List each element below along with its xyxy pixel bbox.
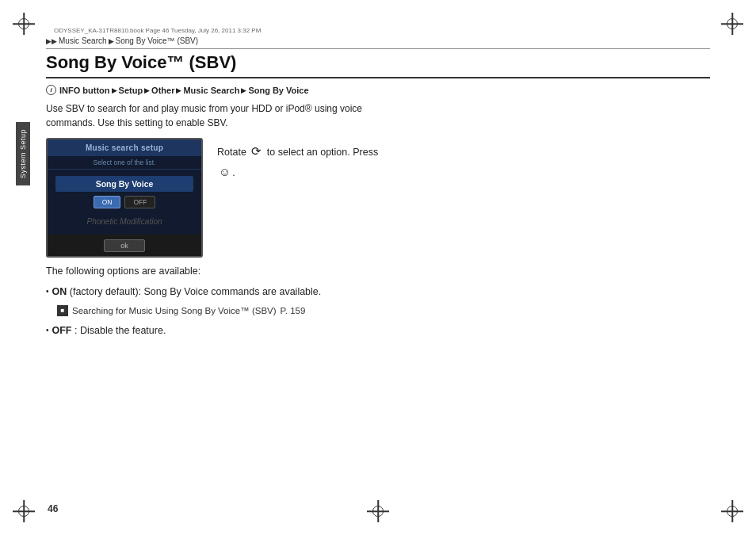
ref-link[interactable]: ■ Searching for Music Using Song By Voic… [57,303,710,319]
toggle-off[interactable]: OFF [124,196,155,208]
screen-mockup: Music search setup Select one of the lis… [46,138,203,258]
page-title: Song By Voice™ (SBV) [46,52,710,78]
toggle-on[interactable]: ON [94,196,121,208]
option-off-desc-text: Disable the feature. [80,325,166,336]
breadcrumb-item2: Song By Voice™ (SBV) [116,36,199,45]
rotate-text2: to select an option. Press [267,147,378,158]
side-tab: System Setup [16,122,30,185]
screen-ok-btn[interactable]: ok [104,239,145,252]
rotate-press-icon: ☺ [219,165,231,178]
option-off-desc: : [74,325,80,336]
breadcrumb-arrow1: ▶▶ [46,37,57,45]
breadcrumb: ▶▶ Music Search ▶ Song By Voice™ (SBV) [46,36,710,49]
screen-menu-item-sbv: Song By Voice [55,176,193,192]
reg-mark-br [720,499,745,524]
breadcrumb-arrow2: ▶ [109,37,114,45]
nav-path: i INFO button ▶ Setup ▶ Other ▶ Music Se… [46,85,710,95]
screen-menu-item-phonetic: Phonetic Modification [55,215,193,228]
nav-item-other: Other [151,86,174,95]
screen-ok-bar: ok [48,235,201,256]
page-number: 46 [48,503,58,514]
rotate-instruction: Rotate ⟳ to select an option. Press ☺. [217,138,378,182]
toggle-row: ON OFF [55,196,193,208]
bullet-dot-off: • [46,323,49,338]
reg-mark-bl [11,499,36,524]
nav-item-song-by-voice: Song By Voice [248,86,308,95]
reg-mark-tr [720,11,745,36]
reg-mark-tl [11,11,36,36]
option-off-label: OFF [52,325,72,336]
screen-title: Music search setup [48,139,201,156]
option-on-desc: (factory default): Song By Voice command… [70,286,322,297]
nav-item-setup: Setup [119,86,143,95]
ref-text: Searching for Music Using Song By Voice™… [72,303,277,319]
option-on-text: ON (factory default): Song By Voice comm… [52,283,322,301]
option-on-label: ON [52,286,67,297]
nav-arrow-4: ▶ [241,86,246,94]
nav-arrow-1: ▶ [112,86,117,94]
breadcrumb-item1: Music Search [59,36,107,45]
nav-item-music-search: Music Search [183,86,239,95]
options-list: • ON (factory default): Song By Voice co… [46,283,710,340]
ref-icon: ■ [57,305,68,316]
content-area: Music search setup Select one of the lis… [46,138,710,258]
description-text: Use SBV to search for and play music fro… [46,101,363,130]
nav-icon: i [46,85,56,95]
screen-menu: Song By Voice ON OFF Phonetic Modificati… [48,170,201,235]
side-tab-label: System Setup [19,129,27,178]
file-path: ODYSSEY_KA-31TR8810.book Page 46 Tuesday… [46,27,710,34]
screen-subtitle: Select one of the list. [48,156,201,170]
ref-page: P. 159 [281,303,306,319]
nav-arrow-2: ▶ [144,86,150,94]
rotate-text1: Rotate [217,147,246,158]
option-off-text: OFF : Disable the feature. [52,322,166,340]
option-on-item: • ON (factory default): Song By Voice co… [46,283,710,301]
nav-item-infobutton: INFO button [59,86,110,95]
screen-caption: The following options are available: [46,266,710,277]
rotate-dial-icon: ⟳ [251,144,262,158]
reg-circle [18,18,29,29]
option-off-item: • OFF : Disable the feature. [46,322,710,340]
bullet-dot-on: • [46,285,49,299]
nav-arrow-3: ▶ [176,86,181,94]
